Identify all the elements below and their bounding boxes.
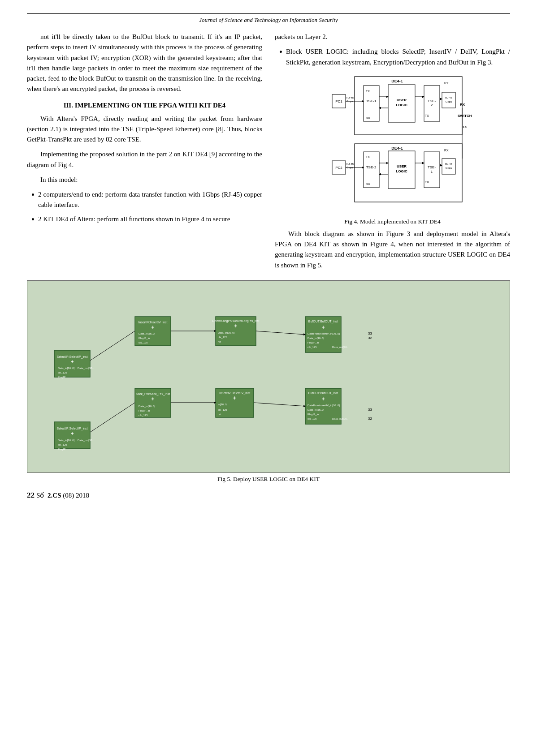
svg-text:clk_125: clk_125 <box>58 371 67 374</box>
svg-text:+: + <box>151 324 154 331</box>
svg-text:1: 1 <box>430 170 433 174</box>
bullet-icon-1: • <box>31 189 35 200</box>
left-bullet-text-2: 2 KIT DE4 of Altera: perform all functio… <box>38 214 230 224</box>
left-column: not it'll be directly taken to the BufOu… <box>27 32 262 275</box>
footer: 22 Số 2.CS (08) 2018 <box>27 491 510 500</box>
svg-text:Gbps: Gbps <box>445 167 451 169</box>
fig5-container: SelectIP:SelectIP_inst + Data_in[36..0] … <box>27 280 510 483</box>
svg-text:TX: TX <box>366 155 370 159</box>
left-para2: With Altera's FPGA, directly reading and… <box>27 114 262 145</box>
svg-text:PC2: PC2 <box>335 166 342 170</box>
bullet-icon-2: • <box>31 214 35 225</box>
svg-text:Stick_Prk:Stick_Prk_Inst: Stick_Prk:Stick_Prk_Inst <box>136 392 170 396</box>
fig4-diagram-area: DE4-1 TSE-1 USER LOGIC TSE- 2 TX RX TX <box>275 72 510 215</box>
svg-text:Data_in[36..0]: Data_in[36..0] <box>58 439 75 442</box>
svg-text:DeleteIV:DeleteIV_inst: DeleteIV:DeleteIV_inst <box>219 391 250 395</box>
svg-text:PC1: PC1 <box>335 99 342 103</box>
svg-text:+: + <box>151 396 154 402</box>
svg-text:USER: USER <box>396 98 406 102</box>
right-column: packets on Layer 2. • Block USER LOGIC: … <box>275 32 510 275</box>
svg-text:FlagIP_in: FlagIP_in <box>307 413 319 416</box>
svg-text:TX: TX <box>425 114 429 117</box>
right-bullet-item-1: • Block USER LOGIC: including blocks Sel… <box>279 47 510 68</box>
footer-year-label: (08) 2018 <box>63 492 89 499</box>
svg-text:BufOUT:BufOUT_inst: BufOUT:BufOUT_inst <box>308 320 338 323</box>
bullet-icon-r1: • <box>279 47 282 57</box>
svg-text:SWITCH: SWITCH <box>458 114 472 118</box>
svg-text:+: + <box>234 323 237 329</box>
svg-text:BufOUT:BufOUT_inst: BufOUT:BufOUT_inst <box>308 391 338 395</box>
left-para1: not it'll be directly taken to the BufOu… <box>27 32 262 94</box>
svg-text:Data_out[36..: Data_out[36.. <box>332 346 348 348</box>
svg-text:Data_out[36..: Data_out[36.. <box>78 367 94 369</box>
right-bullet-list: • Block USER LOGIC: including blocks Sel… <box>275 47 510 68</box>
svg-text:TSE-2: TSE-2 <box>366 165 376 169</box>
svg-text:USER: USER <box>396 164 406 168</box>
svg-text:rst: rst <box>218 340 221 343</box>
svg-text:TX: TX <box>462 125 467 129</box>
left-para3: Implementing the proposed solution in th… <box>27 149 262 170</box>
svg-text:2: 2 <box>430 103 433 107</box>
svg-text:SelectIP:SelectIP_inst: SelectIP:SelectIP_inst <box>57 427 88 430</box>
fig4-svg: DE4-1 TSE-1 USER LOGIC TSE- 2 TX RX TX <box>310 72 476 215</box>
left-bullet-item-1: • 2 computers/end to end: perform data t… <box>31 189 262 210</box>
svg-text:Data_out[36..: Data_out[36.. <box>332 417 348 420</box>
svg-text:LOGIC: LOGIC <box>396 103 407 107</box>
svg-text:32: 32 <box>368 336 372 340</box>
svg-text:32: 32 <box>368 417 372 421</box>
svg-text:RX: RX <box>444 149 449 152</box>
svg-text:+: + <box>233 395 236 401</box>
section-heading: III. IMPLEMENTING ON THE FPGA WITH KIT D… <box>27 102 262 109</box>
svg-text:LOGIC: LOGIC <box>396 169 407 173</box>
svg-text:Data_in[36..0]: Data_in[36..0] <box>218 331 235 334</box>
svg-text:FlagIP_in: FlagIP_in <box>307 341 319 344</box>
fig5-caption: Fig 5. Deploy USER LOGIC on DE4 KIT <box>217 476 320 483</box>
journal-title: Journal of Science and Technology on Inf… <box>27 13 510 24</box>
svg-text:DeliverLongPrk:DeliverLongPrk_: DeliverLongPrk:DeliverLongPrk_inst <box>212 319 260 323</box>
svg-text:TX: TX <box>425 180 429 184</box>
svg-text:rst: rst <box>218 413 221 416</box>
svg-text:+: + <box>70 359 74 365</box>
right-bullet-text-1: Block USER LOGIC: including blocks Selec… <box>286 47 510 68</box>
svg-text:DE4-1: DE4-1 <box>391 79 403 83</box>
svg-text:clk_125: clk_125 <box>307 346 317 348</box>
footer-page-number: 22 <box>27 491 35 500</box>
svg-text:Data_in[36..0]: Data_in[36..0] <box>307 337 325 339</box>
svg-text:33: 33 <box>368 331 372 335</box>
svg-text:TSE-: TSE- <box>427 165 436 169</box>
svg-text:Data_in[36..0]: Data_in[36..0] <box>58 367 75 369</box>
svg-text:Data_in[36..0]: Data_in[36..0] <box>307 408 325 411</box>
svg-text:+: + <box>321 324 325 331</box>
svg-text:FlagIP_in: FlagIP_in <box>139 337 150 339</box>
left-bullet-item-2: • 2 KIT DE4 of Altera: perform all funct… <box>31 214 262 225</box>
svg-text:RX: RX <box>460 103 465 107</box>
svg-text:+: + <box>321 396 325 402</box>
svg-text:Gbps: Gbps <box>445 100 451 103</box>
svg-text:RX: RX <box>366 182 370 185</box>
left-bullet-text-1: 2 computers/end to end: perform data tra… <box>38 189 262 210</box>
svg-text:clk_125: clk_125 <box>139 341 148 344</box>
left-bullet-list: • 2 computers/end to end: perform data t… <box>27 189 262 225</box>
svg-rect-29 <box>355 144 462 202</box>
svg-text:RX: RX <box>444 82 449 85</box>
fig4-container: DE4-1 TSE-1 USER LOGIC TSE- 2 TX RX TX <box>275 72 510 225</box>
svg-text:DataFromInsertIV_in[36..0]: DataFromInsertIV_in[36..0] <box>307 404 340 407</box>
svg-text:FlagIP: FlagIP <box>58 448 65 451</box>
svg-text:SelectIP:SelectIP_inst: SelectIP:SelectIP_inst <box>57 355 88 359</box>
fig4-caption: Fig 4. Model implemented on KIT DE4 <box>344 218 441 225</box>
svg-text:FlagIP: FlagIP <box>58 376 65 378</box>
svg-text:+: + <box>70 430 74 437</box>
svg-rect-57 <box>27 281 510 472</box>
svg-text:TSE-1: TSE-1 <box>366 99 376 103</box>
svg-text:in[36..0]: in[36..0] <box>218 403 228 406</box>
svg-text:DE4-1: DE4-1 <box>391 146 403 150</box>
svg-text:RJ-45: RJ-45 <box>445 96 452 99</box>
svg-text:33: 33 <box>368 408 372 412</box>
right-para1: packets on Layer 2. <box>275 32 510 42</box>
svg-text:InsertIV:InsertIV_inst: InsertIV:InsertIV_inst <box>139 321 168 324</box>
svg-text:Data_in[36..0]: Data_in[36..0] <box>139 332 156 335</box>
footer-cs-label: 2.CS <box>48 492 61 499</box>
svg-text:clk_125: clk_125 <box>218 336 227 339</box>
svg-text:DataFromInsertIV_in[36..0]: DataFromInsertIV_in[36..0] <box>307 332 340 335</box>
fig5-diagram: SelectIP:SelectIP_inst + Data_in[36..0] … <box>27 280 510 473</box>
